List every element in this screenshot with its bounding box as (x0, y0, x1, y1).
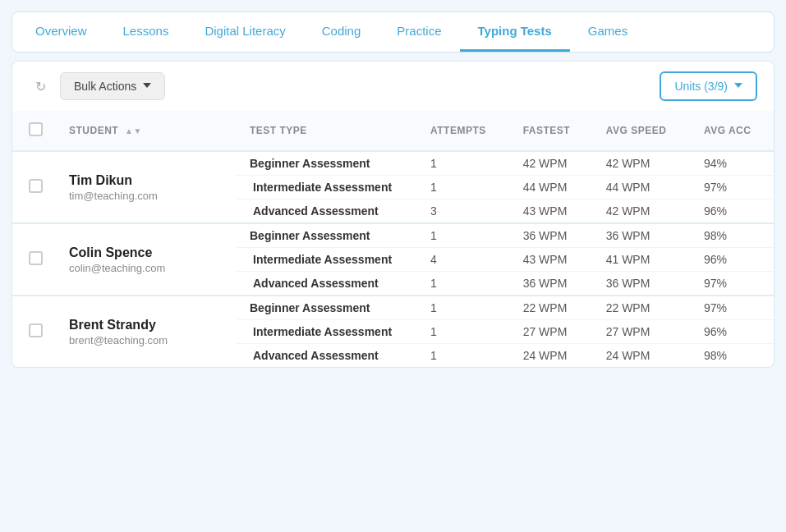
avg-acc-cell: 97% (691, 296, 774, 320)
tab-overview[interactable]: Overview (17, 12, 105, 52)
avg-speed-cell: 42 WPM (593, 151, 691, 176)
avg-speed-cell: 22 WPM (593, 296, 691, 320)
student-checkbox[interactable] (29, 251, 43, 265)
table-container: STUDENT ▲▼ TEST TYPE ATTEMPTS FASTEST AV… (11, 111, 775, 368)
bulk-actions-chevron-icon (143, 83, 151, 88)
tab-bar: OverviewLessonsDigital LiteracyCodingPra… (11, 11, 775, 53)
fastest-cell: 36 WPM (510, 272, 593, 296)
test-type-cell: Advanced Assessment (237, 344, 417, 368)
fastest-cell: 36 WPM (510, 223, 593, 248)
attempts-cell: 4 (417, 248, 510, 272)
fastest-cell: 22 WPM (510, 296, 593, 320)
select-all-checkbox[interactable] (29, 122, 43, 136)
tab-digital-literacy[interactable]: Digital Literacy (186, 12, 303, 52)
attempts-cell: 1 (417, 344, 510, 368)
avg-acc-cell: 96% (691, 320, 774, 344)
fastest-cell: 42 WPM (510, 151, 593, 176)
header-fastest: FASTEST (510, 111, 593, 151)
tab-typing-tests[interactable]: Typing Tests (460, 12, 570, 52)
test-type-cell: Intermediate Assessment (237, 248, 417, 272)
fastest-cell: 27 WPM (510, 320, 593, 344)
avg-speed-cell: 24 WPM (593, 344, 691, 368)
avg-acc-cell: 98% (691, 344, 774, 368)
fastest-cell: 24 WPM (510, 344, 593, 368)
tab-games[interactable]: Games (570, 12, 646, 52)
row-checkbox-cell (12, 151, 56, 223)
header-avg-acc: AVG ACC (691, 111, 774, 151)
table-row: Colin Spencecolin@teaching.comBeginner A… (12, 223, 774, 248)
avg-speed-cell: 41 WPM (593, 248, 691, 272)
header-attempts: ATTEMPTS (417, 111, 510, 151)
attempts-cell: 1 (417, 296, 510, 320)
test-type-cell: Intermediate Assessment (237, 320, 417, 344)
tab-practice[interactable]: Practice (379, 12, 459, 52)
student-checkbox[interactable] (29, 323, 43, 337)
attempts-cell: 1 (417, 272, 510, 296)
back-button[interactable]: ↻ (29, 75, 52, 98)
attempts-cell: 1 (417, 320, 510, 344)
header-test-type: TEST TYPE (237, 111, 417, 151)
avg-acc-cell: 96% (691, 200, 774, 224)
units-label: Units (3/9) (674, 80, 728, 93)
attempts-cell: 1 (417, 223, 510, 248)
test-type-cell: Beginner Assessment (237, 151, 417, 176)
student-sort-icon[interactable]: ▲▼ (125, 126, 142, 135)
units-button[interactable]: Units (3/9) (660, 71, 757, 101)
header-student: STUDENT ▲▼ (56, 111, 237, 151)
header-avg-speed: AVG SPEED (593, 111, 691, 151)
avg-acc-cell: 94% (691, 151, 774, 176)
avg-acc-cell: 96% (691, 248, 774, 272)
fastest-cell: 43 WPM (510, 200, 593, 224)
student-email: tim@teaching.com (69, 190, 223, 202)
table-row: Brent Strandybrent@teaching.comBeginner … (12, 296, 774, 320)
bulk-actions-button[interactable]: Bulk Actions (60, 72, 165, 100)
student-info-cell: Brent Strandybrent@teaching.com (56, 296, 237, 367)
attempts-cell: 1 (417, 176, 510, 200)
student-checkbox[interactable] (29, 179, 43, 193)
student-info-cell: Colin Spencecolin@teaching.com (56, 223, 237, 296)
test-type-cell: Beginner Assessment (237, 296, 417, 320)
table-row: Tim Dikuntim@teaching.comBeginner Assess… (12, 151, 774, 176)
table-body: Tim Dikuntim@teaching.comBeginner Assess… (12, 151, 774, 367)
student-email: colin@teaching.com (69, 262, 223, 274)
avg-acc-cell: 97% (691, 176, 774, 200)
toolbar-right: Units (3/9) (660, 71, 757, 101)
test-type-cell: Beginner Assessment (237, 223, 417, 248)
student-info-cell: Tim Dikuntim@teaching.com (56, 151, 237, 223)
toolbar-left: ↻ Bulk Actions (29, 72, 165, 100)
header-checkbox-col (12, 111, 56, 151)
row-checkbox-cell (12, 223, 56, 296)
tab-lessons[interactable]: Lessons (105, 12, 187, 52)
table-header: STUDENT ▲▼ TEST TYPE ATTEMPTS FASTEST AV… (12, 111, 774, 151)
test-type-cell: Advanced Assessment (237, 200, 417, 224)
attempts-cell: 1 (417, 151, 510, 176)
bulk-actions-label: Bulk Actions (74, 80, 136, 93)
fastest-cell: 43 WPM (510, 248, 593, 272)
tab-coding[interactable]: Coding (304, 12, 379, 52)
students-table: STUDENT ▲▼ TEST TYPE ATTEMPTS FASTEST AV… (12, 111, 774, 367)
toolbar: ↻ Bulk Actions Units (3/9) (11, 61, 775, 111)
avg-speed-cell: 36 WPM (593, 272, 691, 296)
avg-speed-cell: 42 WPM (593, 200, 691, 224)
avg-speed-cell: 27 WPM (593, 320, 691, 344)
student-name: Tim Dikun (69, 173, 223, 188)
avg-speed-cell: 36 WPM (593, 223, 691, 248)
student-name: Brent Strandy (69, 318, 223, 332)
fastest-cell: 44 WPM (510, 176, 593, 200)
attempts-cell: 3 (417, 200, 510, 224)
row-checkbox-cell (12, 296, 56, 367)
avg-acc-cell: 97% (691, 272, 774, 296)
avg-acc-cell: 98% (691, 223, 774, 248)
student-name: Colin Spence (69, 245, 223, 260)
test-type-cell: Advanced Assessment (237, 272, 417, 296)
student-email: brent@teaching.com (69, 334, 223, 346)
units-chevron-icon (734, 83, 742, 88)
test-type-cell: Intermediate Assessment (237, 176, 417, 200)
avg-speed-cell: 44 WPM (593, 176, 691, 200)
